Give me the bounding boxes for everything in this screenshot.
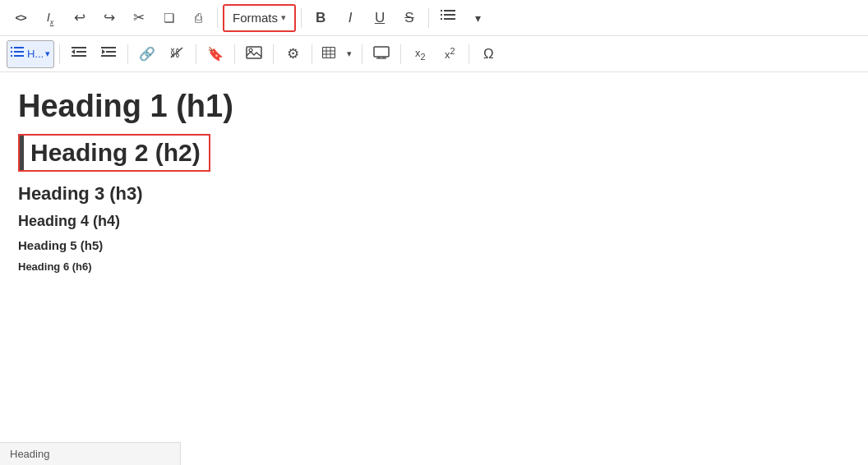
- svg-rect-10: [11, 55, 12, 57]
- svg-rect-11: [14, 55, 24, 57]
- styles-dropdown-button[interactable]: H... ▾: [7, 40, 54, 68]
- table-icon: [322, 47, 335, 61]
- svg-rect-1: [444, 10, 455, 12]
- formats-button[interactable]: Formats ▾: [223, 4, 296, 32]
- strikethrough-button[interactable]: S: [395, 4, 423, 32]
- separator-7: [234, 44, 235, 64]
- list-icon: [441, 9, 455, 26]
- editor-content[interactable]: Heading 1 (h1) Heading 2 (h2) Heading 3 …: [0, 72, 868, 297]
- heading-4: Heading 4 (h4): [18, 213, 850, 230]
- separator-8: [273, 44, 274, 64]
- source-code-button[interactable]: <>: [7, 4, 35, 32]
- h4-text: Heading 4 (h4): [18, 213, 120, 229]
- redo-button[interactable]: ↪: [95, 4, 123, 32]
- separator-12: [469, 44, 469, 64]
- svg-rect-6: [11, 47, 12, 48]
- bottom-label-text: Heading: [10, 448, 49, 460]
- italic-button[interactable]: I: [336, 4, 364, 32]
- code-icon: <>: [15, 12, 25, 24]
- list-button[interactable]: [434, 4, 462, 32]
- bold-button[interactable]: B: [307, 4, 335, 32]
- monitor-icon: [373, 46, 390, 62]
- separator-2: [301, 8, 302, 28]
- svg-rect-3: [444, 14, 455, 16]
- svg-rect-16: [101, 47, 116, 48]
- formats-arrow-icon: ▾: [281, 12, 286, 23]
- bookmark-button[interactable]: 🔖: [201, 40, 229, 68]
- cut-button[interactable]: ✂: [125, 4, 153, 32]
- svg-rect-2: [441, 14, 442, 16]
- monitor-button[interactable]: [367, 40, 395, 68]
- svg-rect-8: [11, 51, 12, 53]
- separator-4: [59, 44, 60, 64]
- h3-text: Heading 3 (h3): [18, 183, 143, 204]
- svg-rect-13: [76, 51, 86, 53]
- more-button[interactable]: ▾: [464, 4, 492, 32]
- more-icon: ▾: [475, 12, 481, 25]
- heading-5: Heading 5 (h5): [18, 238, 850, 252]
- settings-button[interactable]: ⚙: [279, 40, 307, 68]
- table-button[interactable]: [317, 40, 340, 68]
- bottom-status-label: Heading: [0, 442, 181, 465]
- toolbar-row-1: <> Ix ↩ ↪ ✂ ❏ ⎙ Formats ▾ B I U S: [0, 0, 868, 36]
- copy-button[interactable]: ❏: [155, 4, 182, 32]
- styles-arrow-icon: ▾: [45, 48, 50, 59]
- svg-rect-4: [441, 18, 442, 20]
- toolbar-row-2: H... ▾ 🔗 ⛓: [0, 36, 868, 72]
- cut-icon: ✂: [133, 9, 145, 26]
- svg-rect-9: [14, 51, 24, 53]
- indent-increase-icon: [101, 46, 116, 62]
- svg-rect-7: [14, 47, 24, 48]
- svg-rect-5: [444, 18, 455, 20]
- clear-formatting-button[interactable]: Ix: [36, 4, 64, 32]
- link-icon: 🔗: [139, 46, 155, 62]
- svg-rect-12: [72, 47, 86, 48]
- separator-3: [428, 8, 429, 28]
- styles-list-icon: [11, 47, 24, 61]
- formats-label: Formats: [233, 11, 278, 25]
- indent-decrease-icon: [72, 46, 86, 62]
- clear-icon: Ix: [47, 10, 54, 26]
- styles-label: H...: [27, 48, 44, 60]
- table-dropdown-button[interactable]: ▾: [342, 40, 357, 68]
- undo-button[interactable]: ↩: [66, 4, 94, 32]
- image-icon: [246, 46, 262, 62]
- h2-heading: Heading 2 (h2): [24, 136, 209, 170]
- unlink-button[interactable]: ⛓: [163, 40, 191, 68]
- svg-marker-19: [102, 49, 105, 54]
- h1-text: Heading 1 (h1): [18, 89, 233, 123]
- separator-6: [196, 44, 196, 64]
- svg-rect-17: [106, 51, 116, 53]
- heading-1: Heading 1 (h1): [18, 89, 850, 124]
- heading-2-wrapper: Heading 2 (h2): [18, 134, 210, 172]
- link-button[interactable]: 🔗: [133, 40, 161, 68]
- svg-rect-14: [72, 55, 86, 57]
- separator-5: [127, 44, 128, 64]
- chevron-down-icon: ▾: [347, 48, 352, 59]
- special-characters-button[interactable]: Ω: [474, 40, 502, 68]
- indent-increase-button[interactable]: [95, 40, 122, 68]
- svg-rect-24: [323, 48, 335, 58]
- omega-icon: Ω: [483, 46, 494, 62]
- separator-1: [217, 8, 218, 28]
- bookmark-icon: 🔖: [207, 46, 224, 62]
- h6-text: Heading 6 (h6): [18, 260, 92, 273]
- h2-text: Heading 2 (h2): [30, 139, 201, 166]
- indent-decrease-button[interactable]: [65, 40, 93, 68]
- subscript-icon: x2: [415, 47, 426, 62]
- svg-rect-0: [441, 10, 442, 12]
- svg-rect-18: [101, 55, 116, 57]
- redo-icon: ↪: [104, 9, 115, 26]
- subscript-button[interactable]: x2: [406, 40, 434, 68]
- paste-button[interactable]: ⎙: [184, 4, 212, 32]
- underline-button[interactable]: U: [366, 4, 394, 32]
- heading-6: Heading 6 (h6): [18, 260, 850, 273]
- superscript-icon: x2: [445, 46, 455, 61]
- svg-marker-15: [72, 49, 75, 54]
- h5-text: Heading 5 (h5): [18, 238, 103, 252]
- insert-image-button[interactable]: [240, 40, 268, 68]
- unlink-icon: ⛓: [169, 46, 184, 62]
- gear-icon: ⚙: [287, 45, 299, 62]
- svg-rect-29: [374, 47, 389, 57]
- superscript-button[interactable]: x2: [436, 40, 464, 68]
